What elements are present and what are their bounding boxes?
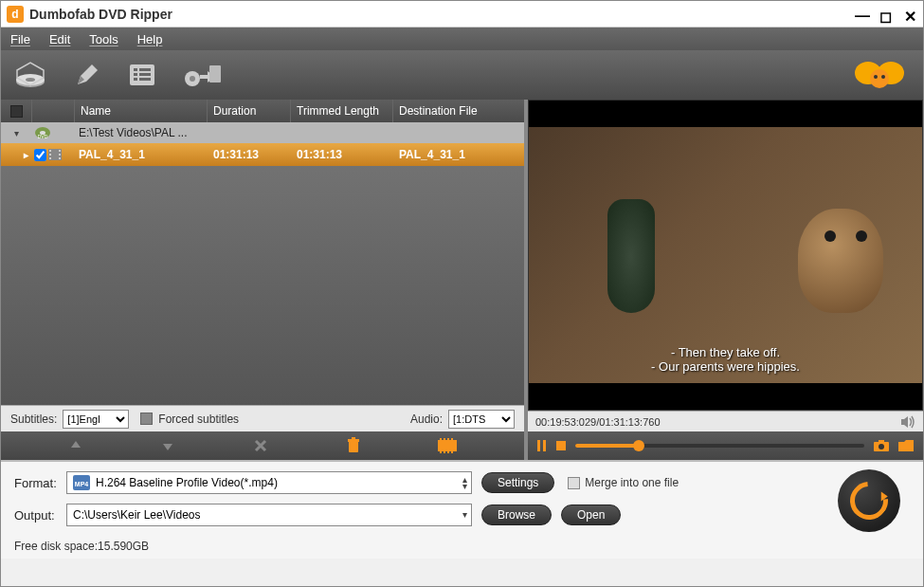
table-header: Name Duration Trimmed Length Destination… xyxy=(1,100,524,122)
forced-label: Forced subtitles xyxy=(158,413,239,426)
trash-button[interactable] xyxy=(346,437,361,454)
table-body: ▾ DVD E:\Test Videos\PAL ... ▸ PAL_4_31_… xyxy=(1,122,524,405)
pause-button[interactable] xyxy=(537,440,547,451)
edit-button[interactable] xyxy=(73,61,101,89)
snapshot-button[interactable] xyxy=(874,440,889,451)
svg-rect-32 xyxy=(440,438,442,440)
stop-button[interactable] xyxy=(556,441,566,450)
folder-button[interactable] xyxy=(898,440,914,451)
svg-text:MP4: MP4 xyxy=(75,481,89,487)
toolbar xyxy=(1,50,923,100)
menu-tools[interactable]: Tools xyxy=(89,32,118,46)
column-destination[interactable]: Destination File xyxy=(393,100,524,122)
audio-label: Audio: xyxy=(410,413,443,426)
load-disc-button[interactable] xyxy=(14,61,46,89)
format-select[interactable]: MP4 H.264 Baseline Profile Video(*.mp4) … xyxy=(66,471,472,494)
folder-row[interactable]: ▾ DVD E:\Test Videos\PAL ... xyxy=(1,122,524,143)
svg-rect-26 xyxy=(59,154,61,156)
video-icon xyxy=(48,149,62,160)
dropdown-arrow-icon: ▴▾ xyxy=(462,476,467,489)
menu-help[interactable]: Help xyxy=(137,32,163,46)
svg-rect-38 xyxy=(447,451,449,453)
svg-rect-6 xyxy=(134,73,137,76)
browse-button[interactable]: Browse xyxy=(481,504,552,525)
collapse-icon[interactable]: ▾ xyxy=(14,128,19,138)
audio-select[interactable]: [1:DTS xyxy=(448,410,515,429)
svg-rect-27 xyxy=(59,157,61,159)
menu-edit[interactable]: Edit xyxy=(49,32,70,46)
folder-name: E:\Test Videos\PAL ... xyxy=(75,126,208,139)
list-button[interactable] xyxy=(128,63,156,87)
settings-button[interactable]: Settings xyxy=(481,472,554,493)
subtitles-select[interactable]: [1]Engl xyxy=(63,410,129,429)
svg-rect-33 xyxy=(444,438,445,440)
svg-rect-30 xyxy=(352,437,355,439)
playback-controls xyxy=(528,431,923,460)
title-bar: d Dumbofab DVD Ripper — ◻ ✕ xyxy=(1,1,923,28)
volume-icon[interactable] xyxy=(900,415,915,429)
svg-rect-7 xyxy=(139,73,151,76)
svg-point-16 xyxy=(874,75,878,79)
subtitles-label: Subtitles: xyxy=(10,413,57,426)
svg-rect-23 xyxy=(49,154,51,156)
file-trimmed: 01:31:13 xyxy=(291,148,393,161)
move-down-button[interactable] xyxy=(160,438,175,453)
svg-rect-24 xyxy=(49,157,51,159)
subtitle-audio-bar: Subtitles: [1]Engl Forced subtitles Audi… xyxy=(1,405,524,431)
svg-rect-36 xyxy=(440,451,442,453)
merge-checkbox[interactable] xyxy=(568,477,580,489)
svg-point-11 xyxy=(190,76,195,82)
svg-rect-12 xyxy=(209,65,221,83)
forced-subtitles-checkbox[interactable] xyxy=(140,413,153,425)
svg-point-45 xyxy=(879,444,884,449)
file-dest: PAL_4_31_1 xyxy=(393,148,524,161)
action-bar xyxy=(1,431,524,460)
svg-rect-22 xyxy=(49,150,51,152)
svg-rect-34 xyxy=(447,438,449,440)
svg-rect-40 xyxy=(537,440,540,451)
convert-icon xyxy=(842,474,896,527)
merge-label: Merge into one file xyxy=(585,476,679,489)
file-row[interactable]: ▸ PAL_4_31_1 01:31:13 01:31:13 PAL_4_31_… xyxy=(1,143,524,166)
menu-file[interactable]: File xyxy=(10,32,30,46)
maximize-button[interactable]: ◻ xyxy=(879,8,893,21)
svg-rect-28 xyxy=(349,441,358,452)
svg-point-2 xyxy=(26,78,35,82)
close-button[interactable]: ✕ xyxy=(904,8,917,21)
file-name: PAL_4_31_1 xyxy=(75,148,208,161)
file-list-pane: Name Duration Trimmed Length Destination… xyxy=(1,100,528,460)
expand-icon[interactable]: ▸ xyxy=(24,150,28,160)
svg-rect-9 xyxy=(139,78,151,81)
svg-point-15 xyxy=(870,69,889,88)
film-button[interactable] xyxy=(438,438,457,453)
minimize-button[interactable]: — xyxy=(855,8,868,21)
video-preview[interactable]: - Then they take off. - Our parents were… xyxy=(528,100,923,411)
select-all-checkbox[interactable] xyxy=(10,105,23,118)
svg-rect-29 xyxy=(348,439,359,442)
preview-pane: - Then they take off. - Our parents were… xyxy=(528,100,923,460)
open-button[interactable]: Open xyxy=(561,504,621,525)
mp4-icon: MP4 xyxy=(73,475,90,490)
move-up-button[interactable] xyxy=(68,438,83,453)
status-text: Free disk space:15.590GB xyxy=(14,536,910,553)
output-select[interactable]: C:\Users\Keir Lee\Videos ▾ xyxy=(66,504,472,526)
remove-button[interactable] xyxy=(253,438,268,453)
app-logo-icon: d xyxy=(7,6,24,23)
start-conversion-button[interactable] xyxy=(838,469,900,532)
column-name[interactable]: Name xyxy=(75,100,208,122)
file-duration: 01:31:13 xyxy=(208,148,291,161)
file-checkbox[interactable] xyxy=(34,149,46,161)
svg-rect-35 xyxy=(451,438,453,440)
svg-rect-44 xyxy=(879,440,884,443)
svg-rect-25 xyxy=(59,150,61,152)
convert-button[interactable] xyxy=(183,62,221,88)
dvd-icon: DVD xyxy=(34,126,51,139)
svg-point-17 xyxy=(881,75,885,79)
svg-rect-39 xyxy=(451,451,453,453)
svg-rect-5 xyxy=(139,68,151,71)
column-trimmed[interactable]: Trimmed Length xyxy=(291,100,393,122)
brand-logo-icon xyxy=(851,56,908,94)
column-duration[interactable]: Duration xyxy=(208,100,291,122)
svg-rect-42 xyxy=(556,441,566,450)
seek-slider[interactable] xyxy=(575,444,864,448)
